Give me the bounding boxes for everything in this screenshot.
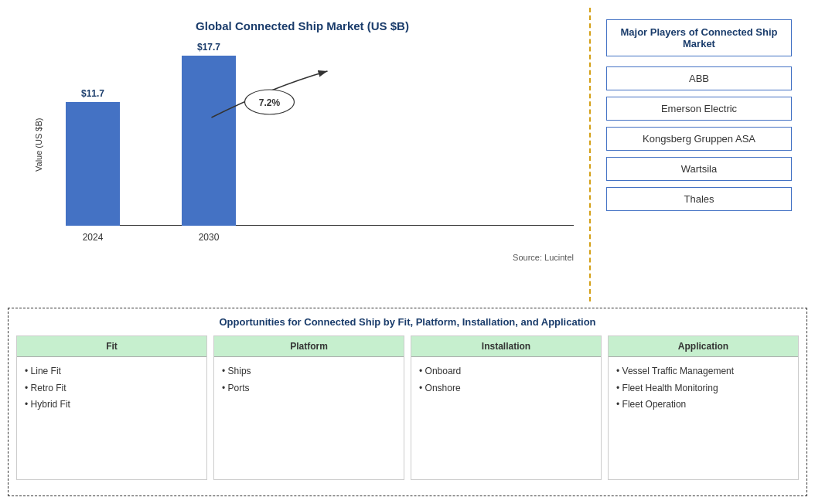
- opp-header-installation: Installation: [411, 336, 601, 357]
- bar-label-2024: 2024: [83, 232, 104, 243]
- y-axis-label: Value (US $B): [31, 40, 46, 249]
- bar-label-2030: 2030: [199, 232, 220, 243]
- opportunities-grid: Fit Line Fit Retro Fit Hybrid Fit Platfo…: [16, 335, 799, 480]
- application-item-1: Vessel Traffic Management: [616, 363, 790, 380]
- fit-item-3: Hybrid Fit: [25, 397, 199, 414]
- chart-inner: Value (US $B) $11.7 2024 $17.7: [31, 40, 574, 249]
- fit-item-1: Line Fit: [25, 363, 199, 380]
- opp-body-platform: Ships Ports: [214, 357, 404, 403]
- bar-group-2030: $17.7 2030: [182, 42, 236, 226]
- installation-item-1: Onboard: [419, 363, 593, 380]
- opp-body-installation: Onboard Onshore: [411, 357, 601, 403]
- opp-header-application: Application: [609, 336, 798, 357]
- opp-col-application: Application Vessel Traffic Management Fl…: [608, 335, 799, 480]
- major-players: Major Players of Connected Ship Market A…: [591, 8, 807, 301]
- bar-2030: [182, 56, 236, 226]
- opp-body-application: Vessel Traffic Management Fleet Health M…: [609, 357, 798, 420]
- installation-item-2: Onshore: [419, 380, 593, 397]
- bottom-title: Opportunities for Connected Ship by Fit,…: [16, 316, 799, 328]
- svg-text:7.2%: 7.2%: [259, 97, 281, 108]
- bar-value-2030: $17.7: [197, 42, 220, 53]
- application-item-2: Fleet Health Monitoring: [616, 380, 790, 397]
- bar-value-2024: $11.7: [81, 88, 104, 99]
- svg-point-1: [245, 90, 295, 114]
- platform-item-2: Ports: [222, 380, 396, 397]
- cagr-svg: 7.2%: [50, 40, 574, 249]
- chart-title: Global Connected Ship Market (US $B): [31, 19, 574, 32]
- players-title: Major Players of Connected Ship Market: [606, 19, 792, 56]
- player-abb: ABB: [606, 66, 792, 90]
- chart-plot: $11.7 2024 $17.7 2030: [50, 40, 574, 249]
- opp-col-installation: Installation Onboard Onshore: [411, 335, 602, 480]
- x-axis: [66, 225, 574, 226]
- bar-2024: [66, 102, 120, 226]
- player-wartsila: Wartsila: [606, 157, 792, 181]
- player-emerson: Emerson Electric: [606, 97, 792, 121]
- bar-group-2024: $11.7 2024: [66, 88, 120, 226]
- opp-col-fit: Fit Line Fit Retro Fit Hybrid Fit: [16, 335, 207, 480]
- main-container: Global Connected Ship Market (US $B) Val…: [0, 0, 815, 504]
- opp-col-platform: Platform Ships Ports: [213, 335, 404, 480]
- opp-header-fit: Fit: [17, 336, 206, 357]
- opp-body-fit: Line Fit Retro Fit Hybrid Fit: [17, 357, 206, 420]
- platform-item-1: Ships: [222, 363, 396, 380]
- chart-area: Global Connected Ship Market (US $B) Val…: [8, 8, 591, 301]
- opp-header-platform: Platform: [214, 336, 404, 357]
- source-text: Source: Lucintel: [31, 253, 574, 262]
- player-kongsberg: Kongsberg Gruppen ASA: [606, 127, 792, 151]
- application-item-3: Fleet Operation: [616, 397, 790, 414]
- player-thales: Thales: [606, 187, 792, 211]
- bars-container: $11.7 2024 $17.7 2030: [50, 40, 574, 249]
- top-section: Global Connected Ship Market (US $B) Val…: [8, 8, 807, 301]
- bottom-section: Opportunities for Connected Ship by Fit,…: [8, 308, 807, 496]
- fit-item-2: Retro Fit: [25, 380, 199, 397]
